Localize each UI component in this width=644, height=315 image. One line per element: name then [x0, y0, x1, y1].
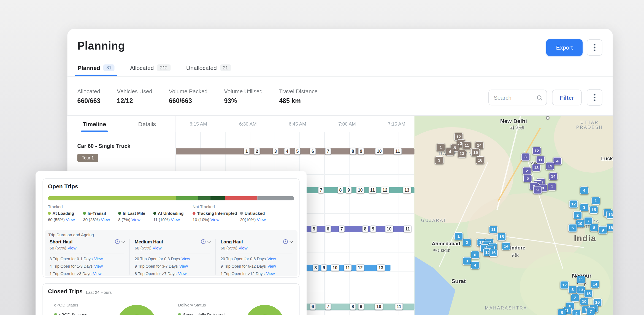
stop-chip[interactable]: 9 [321, 264, 327, 271]
view-link[interactable]: View [239, 246, 247, 251]
tour-badge[interactable]: Tour 1 [77, 154, 99, 162]
map-marker[interactable]: 15 [584, 290, 593, 298]
view-link[interactable]: View [101, 217, 110, 222]
map-marker[interactable]: 11 [462, 142, 471, 150]
stop-chip[interactable]: 10 [375, 303, 383, 310]
map-marker[interactable]: 3 [568, 286, 577, 294]
map-marker[interactable]: 16 [489, 249, 498, 257]
map-marker[interactable]: 14 [502, 242, 511, 250]
view-link[interactable]: View [179, 264, 188, 268]
view-link[interactable]: View [267, 264, 276, 268]
main-tab[interactable]: Planned 81 [78, 64, 114, 76]
map-marker[interactable]: 10 [580, 298, 589, 306]
stop-chip[interactable]: 6 [310, 148, 316, 154]
stop-chip[interactable]: 13 [403, 187, 411, 193]
map-marker[interactable]: 12 [532, 147, 541, 155]
map-marker[interactable]: 11 [536, 156, 545, 164]
view-tab[interactable]: Details [138, 116, 156, 132]
map-marker[interactable]: 5 [523, 175, 532, 183]
map-marker[interactable]: 9 [533, 186, 542, 194]
stop-chip[interactable]: 3 [273, 148, 278, 154]
stop-chip[interactable]: 9 [358, 303, 364, 310]
search-box[interactable] [488, 90, 547, 105]
header-kebab-menu-button[interactable] [587, 39, 602, 56]
stop-chip[interactable]: 7 [325, 148, 331, 154]
stop-chip[interactable]: 6 [310, 303, 316, 310]
stop-chip[interactable]: 5 [311, 226, 317, 232]
stop-chip[interactable]: 8 [350, 148, 356, 154]
view-link[interactable]: View [210, 217, 219, 222]
map-marker[interactable]: 2 [571, 294, 580, 302]
map-marker[interactable]: 15 [589, 206, 598, 214]
view-link[interactable]: View [153, 246, 161, 251]
stop-chip[interactable]: 11 [369, 187, 377, 193]
view-link[interactable]: View [93, 271, 102, 276]
view-link[interactable]: View [257, 217, 266, 222]
map-marker[interactable]: 16 [476, 156, 485, 164]
map[interactable]: New Delhi नई दिल्ली UTTAR PRADESH RAJAST… [415, 116, 613, 315]
view-link[interactable]: View [171, 217, 180, 222]
map-marker[interactable]: 13 [458, 150, 466, 158]
map-marker[interactable]: 5 [558, 309, 566, 315]
stop-chip[interactable]: 2 [254, 148, 260, 154]
map-marker[interactable]: 1 [591, 197, 600, 205]
stop-chip[interactable]: 8 [362, 226, 368, 232]
stop-chip[interactable]: 9 [346, 187, 352, 193]
map-marker[interactable]: 2 [462, 238, 471, 246]
view-link[interactable]: View [178, 271, 187, 276]
stop-chip[interactable]: 7 [318, 187, 324, 193]
map-marker[interactable]: 15 [471, 148, 480, 156]
map-marker[interactable]: 5 [568, 224, 577, 232]
map-marker[interactable]: 11 [577, 276, 585, 284]
stop-chip[interactable]: 5 [295, 148, 301, 154]
map-marker[interactable]: 15 [546, 162, 554, 170]
main-tab[interactable]: Allocated 212 [130, 64, 171, 76]
stop-chip[interactable]: 9 [370, 226, 376, 232]
stop-chip[interactable]: 1 [244, 148, 250, 154]
map-marker[interactable]: 3 [521, 153, 530, 161]
view-tab[interactable]: Timeline [83, 116, 106, 132]
stop-chip[interactable]: 11 [395, 303, 403, 310]
map-marker[interactable]: 3 [462, 257, 471, 265]
stop-chip[interactable]: 11 [404, 226, 412, 232]
view-link[interactable]: View [182, 257, 190, 261]
view-link[interactable]: View [131, 217, 140, 222]
filter-button[interactable]: Filter [552, 90, 582, 105]
map-marker[interactable]: 14 [591, 280, 599, 288]
map-marker[interactable]: 7 [586, 308, 595, 315]
stop-chip[interactable]: 10 [356, 187, 364, 193]
map-marker[interactable]: 6 [471, 251, 480, 259]
chevron-down-icon[interactable] [121, 239, 125, 243]
map-marker[interactable]: 12 [560, 281, 569, 289]
map-marker[interactable]: 1 [437, 143, 445, 151]
map-marker[interactable]: 4 [572, 309, 581, 315]
map-marker[interactable]: 8 [590, 224, 599, 232]
stop-chip[interactable]: 7 [339, 226, 345, 232]
view-link[interactable]: View [94, 264, 103, 268]
chevron-down-icon[interactable] [207, 239, 211, 243]
stop-chip[interactable]: 6 [325, 226, 331, 232]
map-marker[interactable]: 13 [606, 211, 613, 219]
stop-chip[interactable]: 11 [344, 264, 352, 271]
stop-chip[interactable]: 7 [325, 303, 331, 310]
stop-chip[interactable]: 12 [381, 187, 389, 193]
toolbar-kebab-menu-button[interactable] [587, 89, 602, 106]
stop-chip[interactable]: 9 [358, 148, 364, 154]
view-link[interactable]: View [66, 217, 75, 222]
stop-chip[interactable]: 4 [284, 148, 290, 154]
stop-chip[interactable]: 8 [338, 187, 343, 193]
map-marker[interactable]: 4 [446, 148, 454, 156]
map-marker[interactable]: 10 [576, 219, 585, 227]
map-marker[interactable]: 16 [606, 224, 613, 232]
main-tab[interactable]: Unallocated 21 [186, 64, 231, 76]
view-link[interactable]: View [267, 257, 276, 261]
stop-chip[interactable]: 12 [356, 264, 364, 271]
map-marker[interactable]: 9 [599, 226, 607, 234]
map-marker[interactable]: 4 [471, 261, 480, 269]
stop-chip[interactable]: 13 [377, 264, 385, 271]
stop-chip[interactable]: 11 [394, 148, 402, 154]
view-link[interactable]: View [67, 246, 76, 251]
map-marker[interactable]: 4 [580, 186, 589, 194]
stop-chip[interactable]: 10 [331, 264, 339, 271]
stop-chip[interactable]: 8 [350, 303, 356, 310]
